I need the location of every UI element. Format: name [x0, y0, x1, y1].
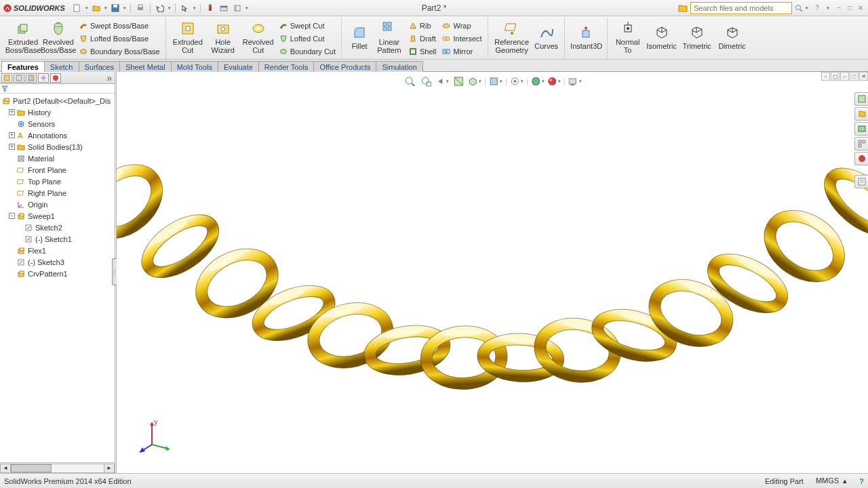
svg-rect-56 [17, 180, 23, 184]
taskpane-custom-props-icon[interactable] [854, 175, 868, 188]
status-units[interactable]: MMGS ▴ [816, 476, 847, 485]
rib-button[interactable]: Rib [406, 19, 439, 32]
tab-sheet-metal[interactable]: Sheet Metal [119, 61, 172, 72]
qat-settings-icon[interactable] [232, 3, 243, 14]
qat-options-icon[interactable] [218, 3, 229, 14]
swept-boss-button[interactable]: Swept Boss/Base [76, 19, 163, 32]
hole-wizard-button[interactable]: Hole Wizard [205, 18, 241, 57]
window-controls: ?▾ − □ ✕ [812, 3, 865, 13]
tree-node[interactable]: CrvPattern1 [0, 268, 115, 279]
search-icon[interactable] [795, 4, 803, 12]
panel-tab-feature-tree-icon[interactable] [1, 73, 12, 83]
taskpane-view-palette-icon[interactable] [854, 137, 868, 150]
qat-undo-icon[interactable] [155, 3, 165, 14]
scroll-thumb[interactable] [11, 464, 52, 472]
panel-tab-property-icon[interactable] [14, 73, 24, 83]
orientation-triad[interactable]: y [137, 419, 171, 453]
qat-rebuild-icon[interactable] [205, 3, 216, 14]
svg-line-66 [27, 238, 30, 241]
taskpane-resources-icon[interactable] [854, 92, 868, 106]
document-title: Part2 * [422, 3, 447, 13]
svg-rect-150 [859, 96, 865, 102]
mirror-button[interactable]: Mirror [439, 45, 484, 58]
svg-rect-43 [28, 75, 34, 81]
boundary-boss-button[interactable]: Boundary Boss/Base [76, 45, 163, 58]
tree-node[interactable]: Origin [0, 199, 115, 210]
tree-node[interactable]: Front Plane [0, 164, 115, 176]
tree-node[interactable]: +AAnnotations [0, 129, 115, 141]
linear-pattern-button[interactable]: Linear Pattern [373, 18, 406, 57]
lofted-cut-button[interactable]: Lofted Cut [276, 32, 338, 45]
curves-button[interactable]: Curves [532, 18, 561, 57]
tree-node[interactable]: Right Plane [0, 187, 115, 199]
scroll-right-icon[interactable]: ► [104, 464, 115, 473]
tab-render-tools[interactable]: Render Tools [258, 61, 315, 72]
intersect-button[interactable]: Intersect [439, 32, 484, 45]
qat-select-icon[interactable] [180, 3, 191, 14]
extruded-boss-button[interactable]: Extruded Boss/Base [5, 18, 41, 57]
extruded-cut-button[interactable]: Extruded Cut [170, 18, 205, 57]
taskpane-appearances-icon[interactable] [854, 152, 868, 165]
fillet-button[interactable]: Fillet [346, 18, 373, 57]
search-input[interactable] [690, 2, 792, 14]
filter-icon [1, 85, 8, 92]
tree-node[interactable]: Sensors [0, 118, 115, 129]
taskpane-explorer-icon[interactable] [854, 122, 868, 136]
tree-node[interactable]: (-) Sketch3 [0, 256, 115, 268]
status-help-icon[interactable]: ? [859, 477, 864, 485]
svg-point-12 [796, 5, 801, 9]
tree-node[interactable]: Material [0, 152, 115, 164]
tab-surfaces[interactable]: Surfaces [79, 61, 120, 72]
tab-simulation[interactable]: Simulation [376, 61, 422, 72]
svg-rect-28 [410, 49, 416, 54]
swept-cut-button[interactable]: Swept Cut [276, 19, 338, 32]
tree-node[interactable]: Sketch2 [0, 222, 115, 233]
lofted-boss-button[interactable]: Lofted Boss/Base [76, 32, 163, 45]
boundary-cut-button[interactable]: Boundary Cut [276, 45, 338, 58]
tree-node[interactable]: (-) Sketch1 [0, 233, 115, 245]
scroll-left-icon[interactable]: ◄ [0, 464, 11, 473]
panel-tab-display-icon[interactable] [50, 73, 61, 83]
draft-button[interactable]: Draft [406, 32, 439, 45]
graphics-viewport[interactable]: ▫ ◻ − □ ✕ | | | | [117, 72, 868, 473]
taskpane-library-icon[interactable] [854, 107, 868, 121]
dimetric-button[interactable]: Dimetric [715, 18, 750, 57]
wrap-button[interactable]: Wrap [439, 19, 484, 32]
normal-to-button[interactable]: Normal To [612, 18, 644, 57]
isometric-button[interactable]: Isometric [644, 18, 679, 57]
panel-tab-config-icon[interactable] [26, 73, 37, 83]
trimetric-button[interactable]: Trimetric [679, 18, 715, 57]
instant3d-button[interactable]: Instant3D [569, 18, 604, 57]
panel-tab-dimxpert-icon[interactable] [38, 73, 49, 83]
tab-evaluate[interactable]: Evaluate [218, 61, 259, 72]
model-chain [117, 72, 868, 473]
shell-button[interactable]: Shell [406, 45, 439, 58]
tree-filter-bar[interactable] [0, 84, 115, 94]
revolved-cut-button[interactable]: Revolved Cut [241, 18, 276, 57]
tab-features[interactable]: Features [1, 61, 45, 72]
tab-sketch[interactable]: Sketch [44, 61, 79, 72]
help-icon[interactable]: ? [812, 3, 822, 13]
tab-mold-tools[interactable]: Mold Tools [171, 61, 218, 72]
panel-expand-icon[interactable]: » [105, 73, 113, 83]
tree-node[interactable]: +History [0, 106, 115, 118]
tree-root[interactable]: Part2 (Default<<Default>_Dis [0, 95, 115, 106]
tab-office-products[interactable]: Office Products [313, 61, 376, 72]
tree-node[interactable]: +Solid Bodies(13) [0, 141, 115, 152]
tree-node[interactable]: -Sweep1 [0, 210, 115, 222]
qat-print-icon[interactable] [135, 3, 146, 14]
svg-rect-48 [5, 98, 9, 101]
panel-scrollbar[interactable]: ◄ ► [0, 462, 115, 473]
qat-save-icon[interactable] [110, 3, 121, 14]
tree-node[interactable]: Flex1 [0, 245, 115, 256]
tree-node[interactable]: Top Plane [0, 176, 115, 187]
revolved-boss-button[interactable]: Revolved Boss/Base [41, 18, 76, 57]
svg-rect-32 [443, 49, 446, 54]
maximize-icon[interactable]: □ [845, 3, 854, 13]
minimize-icon[interactable]: − [834, 3, 844, 13]
svg-rect-153 [863, 140, 865, 143]
qat-open-icon[interactable] [91, 3, 102, 14]
close-icon[interactable]: ✕ [856, 3, 865, 13]
reference-geometry-button[interactable]: Reference Geometry [492, 18, 532, 57]
qat-new-icon[interactable] [72, 3, 83, 14]
